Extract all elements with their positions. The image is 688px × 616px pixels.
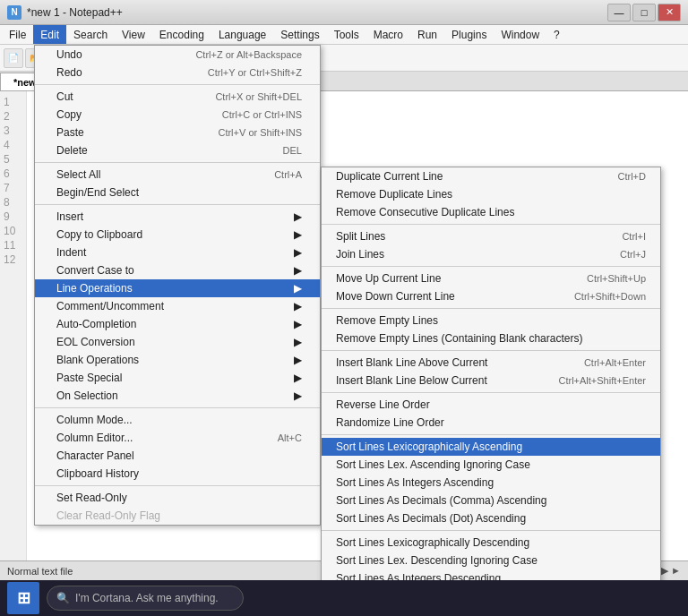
menu-char-panel[interactable]: Character Panel — [35, 447, 320, 465]
lo-sort-lex-desc-ic[interactable]: Sort Lines Lex. Descending Ignoring Case — [322, 552, 660, 569]
menu-clear-readonly[interactable]: Clear Read-Only Flag — [35, 507, 320, 525]
losep1 — [322, 224, 660, 225]
lo-join[interactable]: Join Lines Ctrl+J — [322, 245, 660, 263]
lo-insert-above[interactable]: Insert Blank Line Above Current Ctrl+Alt… — [322, 354, 660, 372]
close-button[interactable]: ✕ — [658, 4, 681, 21]
menu-line-operations[interactable]: Line Operations ▶ — [35, 279, 320, 297]
menu-selectall[interactable]: Select All Ctrl+A — [35, 166, 320, 184]
lo-reverse[interactable]: Reverse Line Order — [322, 396, 660, 414]
title-bar-text: *new 1 - Notepad++ — [27, 6, 607, 19]
menu-eol[interactable]: EOL Conversion ▶ — [35, 333, 320, 351]
maximize-button[interactable]: □ — [632, 4, 656, 21]
losep4 — [322, 350, 660, 351]
losep2 — [322, 266, 660, 267]
lo-sort-dec-comma-asc[interactable]: Sort Lines As Decimals (Comma) Ascending — [322, 492, 660, 509]
taskbar-search[interactable]: 🔍 I'm Cortana. Ask me anything. — [47, 586, 244, 611]
losep3 — [322, 308, 660, 309]
minimize-button[interactable]: — — [607, 4, 631, 21]
menu-indent[interactable]: Indent ▶ — [35, 244, 320, 261]
menu-comment[interactable]: Comment/Uncomment ▶ — [35, 297, 320, 315]
menu-undo[interactable]: Undo Ctrl+Z or Alt+Backspace — [35, 46, 320, 64]
status-text: Normal text file — [7, 566, 73, 577]
menu-window[interactable]: Window — [494, 25, 546, 44]
lo-remove-empty[interactable]: Remove Empty Lines — [322, 312, 660, 329]
losep7 — [322, 530, 660, 531]
status-right: ▶ ► — [661, 565, 681, 577]
sep5 — [35, 485, 320, 486]
menu-plugins[interactable]: Plugins — [444, 25, 494, 44]
menu-run[interactable]: Run — [410, 25, 444, 44]
menu-search[interactable]: Search — [66, 25, 115, 44]
menu-bar: File Edit Search View Encoding Language … — [0, 25, 688, 45]
lo-insert-below[interactable]: Insert Blank Line Below Current Ctrl+Alt… — [322, 372, 660, 389]
menu-beginend[interactable]: Begin/End Select — [35, 184, 320, 201]
sep3 — [35, 204, 320, 205]
menu-delete[interactable]: Delete DEL — [35, 141, 320, 159]
lo-remove-dup[interactable]: Remove Duplicate Lines — [322, 185, 660, 203]
menu-set-readonly[interactable]: Set Read-Only — [35, 489, 320, 507]
lo-move-up[interactable]: Move Up Current Line Ctrl+Shift+Up — [322, 270, 660, 287]
lo-remove-consec-dup[interactable]: Remove Consecutive Duplicate Lines — [322, 203, 660, 221]
sep2 — [35, 162, 320, 163]
lo-split[interactable]: Split Lines Ctrl+I — [322, 227, 660, 245]
line-operations-submenu: Duplicate Current Line Ctrl+D Remove Dup… — [321, 167, 661, 616]
sep4 — [35, 407, 320, 408]
menu-file[interactable]: File — [2, 25, 33, 44]
lo-remove-empty-blank[interactable]: Remove Empty Lines (Containing Blank cha… — [322, 329, 660, 347]
menu-paste-special[interactable]: Paste Special ▶ — [35, 369, 320, 387]
taskbar: ⊞ 🔍 I'm Cortana. Ask me anything. — [0, 580, 688, 616]
menu-tools[interactable]: Tools — [327, 25, 366, 44]
losep6 — [322, 434, 660, 435]
search-icon: 🔍 — [56, 592, 70, 604]
lo-sort-dec-dot-asc[interactable]: Sort Lines As Decimals (Dot) Ascending — [322, 509, 660, 527]
lo-move-down[interactable]: Move Down Current Line Ctrl+Shift+Down — [322, 287, 660, 305]
menu-view[interactable]: View — [115, 25, 152, 44]
lo-randomize[interactable]: Randomize Line Order — [322, 414, 660, 432]
lo-sort-lex-asc-ic[interactable]: Sort Lines Lex. Ascending Ignoring Case — [322, 456, 660, 474]
sep1 — [35, 84, 320, 85]
start-button[interactable]: ⊞ — [7, 582, 39, 614]
menu-column-mode[interactable]: Column Mode... — [35, 411, 320, 429]
menu-copy[interactable]: Copy Ctrl+C or Ctrl+INS — [35, 106, 320, 124]
menu-insert[interactable]: Insert ▶ — [35, 208, 320, 226]
menu-convert-case[interactable]: Convert Case to ▶ — [35, 261, 320, 279]
menu-clipboard-history[interactable]: Clipboard History — [35, 465, 320, 483]
menu-on-selection[interactable]: On Selection ▶ — [35, 387, 320, 405]
menu-help[interactable]: ? — [546, 25, 567, 44]
menu-column-editor[interactable]: Column Editor... Alt+C — [35, 429, 320, 447]
menu-macro[interactable]: Macro — [366, 25, 410, 44]
lo-sort-lex-asc[interactable]: Sort Lines Lexicographically Ascending — [322, 438, 660, 456]
lo-duplicate[interactable]: Duplicate Current Line Ctrl+D — [322, 167, 660, 185]
lo-sort-int-asc[interactable]: Sort Lines As Integers Ascending — [322, 474, 660, 492]
title-bar: N *new 1 - Notepad++ — □ ✕ — [0, 0, 688, 25]
menu-copy-clipboard[interactable]: Copy to Clipboard ▶ — [35, 226, 320, 244]
menu-language[interactable]: Language — [211, 25, 273, 44]
menu-cut[interactable]: Cut Ctrl+X or Shift+DEL — [35, 88, 320, 106]
line-numbers: 1234 5678 9101112 — [0, 91, 27, 596]
menu-auto-complete[interactable]: Auto-Completion ▶ — [35, 315, 320, 333]
app-icon: N — [7, 5, 22, 20]
edit-menu-dropdown: Undo Ctrl+Z or Alt+Backspace Redo Ctrl+Y… — [34, 45, 321, 526]
menu-settings[interactable]: Settings — [273, 25, 326, 44]
menu-redo[interactable]: Redo Ctrl+Y or Ctrl+Shift+Z — [35, 64, 320, 81]
taskbar-search-text: I'm Cortana. Ask me anything. — [75, 592, 219, 604]
menu-encoding[interactable]: Encoding — [152, 25, 211, 44]
menu-paste[interactable]: Paste Ctrl+V or Shift+INS — [35, 124, 320, 141]
menu-edit[interactable]: Edit — [33, 25, 66, 44]
losep5 — [322, 392, 660, 393]
lo-sort-lex-desc[interactable]: Sort Lines Lexicographically Descending — [322, 534, 660, 552]
title-bar-buttons: — □ ✕ — [607, 4, 681, 21]
tb-new[interactable]: 📄 — [4, 48, 23, 68]
menu-blank-ops[interactable]: Blank Operations ▶ — [35, 351, 320, 369]
